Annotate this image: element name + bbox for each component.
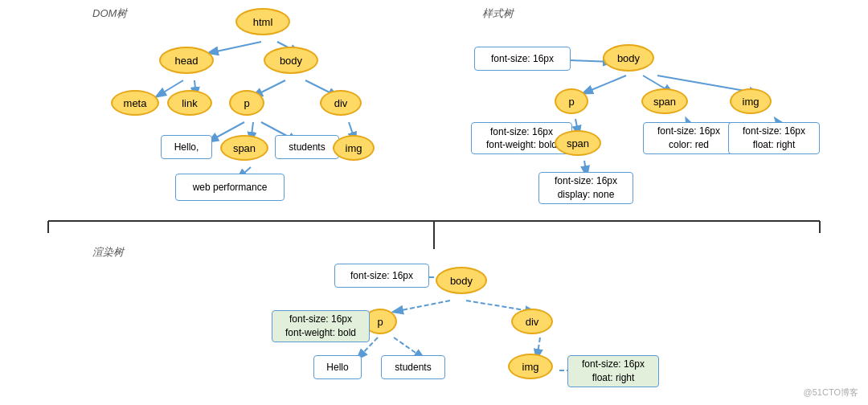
node-span-top: span xyxy=(220,135,268,161)
svg-line-12 xyxy=(583,76,626,93)
svg-line-0 xyxy=(209,42,261,53)
node-body-top: body xyxy=(264,47,318,74)
node-p-top: p xyxy=(229,90,264,116)
node-body-s2: body xyxy=(603,44,654,72)
node-span-style-s2: font-size: 16pxcolor: red xyxy=(643,122,735,154)
node-webperf: web performance xyxy=(175,174,285,201)
diagram-area: DOM树 样式树 渲染树 xyxy=(0,0,868,405)
connections-svg xyxy=(0,0,868,405)
node-img-top: img xyxy=(333,135,375,161)
section1-label: DOM树 xyxy=(92,6,127,21)
node-hello-r3: Hello xyxy=(313,355,362,379)
node-span-s2-child: span xyxy=(555,130,601,156)
node-students-r3: students xyxy=(381,355,445,379)
node-img-style-s2: font-size: 16pxfloat: right xyxy=(728,122,820,154)
node-html: html xyxy=(235,8,290,35)
watermark: @51CTO博客 xyxy=(804,387,858,399)
node-p-s2: p xyxy=(555,88,588,114)
section2-label: 样式树 xyxy=(482,6,514,21)
node-link: link xyxy=(167,90,212,116)
node-img-s2: img xyxy=(730,88,772,114)
section3-label: 渲染树 xyxy=(92,245,124,260)
node-fontsize-body-s2: font-size: 16px xyxy=(474,47,571,71)
node-head: head xyxy=(159,47,214,74)
node-meta: meta xyxy=(111,90,159,116)
node-span-s2-top: span xyxy=(641,88,688,114)
node-students-top: students xyxy=(275,135,339,159)
node-div-top: div xyxy=(320,90,362,116)
node-fontsize-r3: font-size: 16px xyxy=(334,264,429,288)
node-p-style-r3: font-size: 16pxfont-weight: bold xyxy=(272,310,370,342)
node-img-r3: img xyxy=(508,354,553,379)
node-body-r3: body xyxy=(436,267,487,294)
node-img-style-r3: font-size: 16pxfloat: right xyxy=(567,355,659,387)
node-div-r3: div xyxy=(511,309,553,334)
node-span-none-s2: font-size: 16pxdisplay: none xyxy=(538,172,633,204)
node-hello-top: Hello, xyxy=(161,135,212,159)
svg-line-25 xyxy=(394,301,450,312)
